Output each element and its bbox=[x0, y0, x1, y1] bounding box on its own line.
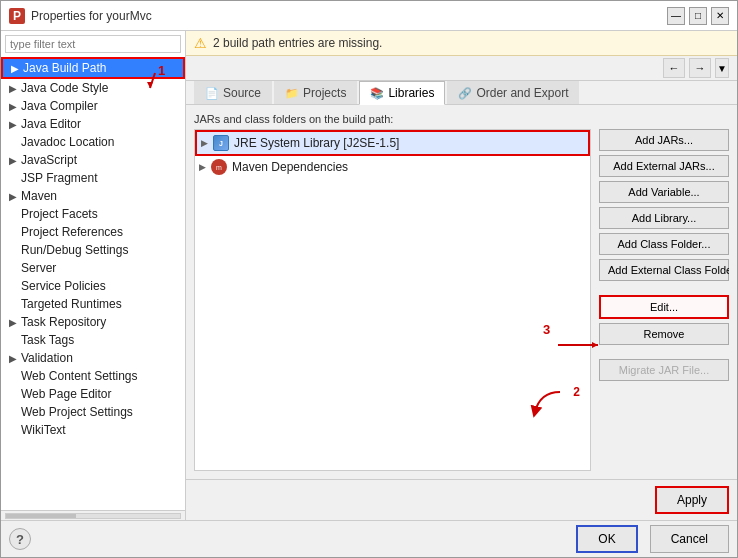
tab-source[interactable]: 📄 Source bbox=[194, 81, 272, 104]
help-button[interactable]: ? bbox=[9, 528, 31, 550]
minimize-button[interactable]: — bbox=[667, 7, 685, 25]
expand-arrow: ▶ bbox=[9, 353, 19, 364]
remove-button[interactable]: Remove bbox=[599, 323, 729, 345]
sidebar-item-web-content-settings[interactable]: Web Content Settings bbox=[1, 367, 185, 385]
sidebar-list: ▶ Java Build Path ▶ Java Code Style ▶ Ja… bbox=[1, 57, 185, 510]
add-library-button[interactable]: Add Library... bbox=[599, 207, 729, 229]
add-class-folder-button[interactable]: Add Class Folder... bbox=[599, 233, 729, 255]
expand-arrow: ▶ bbox=[9, 119, 19, 130]
expand-arrow: ▶ bbox=[9, 83, 19, 94]
dialog-title: Properties for yourMvc bbox=[31, 9, 152, 23]
sidebar-item-task-repository[interactable]: ▶ Task Repository bbox=[1, 313, 185, 331]
sidebar-item-run-debug-settings[interactable]: Run/Debug Settings bbox=[1, 241, 185, 259]
maven-icon: m bbox=[211, 159, 227, 175]
nav-bar: ← → ▼ bbox=[186, 56, 737, 81]
bottom-row: ? OK Cancel bbox=[1, 520, 737, 557]
annotation-2: 2 bbox=[530, 387, 580, 430]
sidebar-item-targeted-runtimes[interactable]: Targeted Runtimes bbox=[1, 295, 185, 313]
warning-text: 2 build path entries are missing. bbox=[213, 36, 382, 50]
maven-chevron: ▶ bbox=[199, 162, 209, 172]
edit-button[interactable]: Edit... bbox=[599, 295, 729, 319]
sidebar-item-task-tags[interactable]: Task Tags bbox=[1, 331, 185, 349]
nav-forward-button[interactable]: → bbox=[689, 58, 711, 78]
apply-button[interactable]: Apply bbox=[655, 486, 729, 514]
cancel-button[interactable]: Cancel bbox=[650, 525, 729, 553]
main-content: ▶ Java Build Path ▶ Java Code Style ▶ Ja… bbox=[1, 31, 737, 520]
title-bar-left: P Properties for yourMvc bbox=[9, 8, 152, 24]
tree-item-jre[interactable]: ▶ J JRE System Library [J2SE-1.5] bbox=[195, 130, 590, 156]
sidebar-item-java-compiler[interactable]: ▶ Java Compiler bbox=[1, 97, 185, 115]
sidebar-item-project-facets[interactable]: Project Facets bbox=[1, 205, 185, 223]
expand-arrow: ▶ bbox=[11, 63, 21, 74]
sidebar: ▶ Java Build Path ▶ Java Code Style ▶ Ja… bbox=[1, 31, 186, 520]
warning-bar: ⚠ 2 build path entries are missing. bbox=[186, 31, 737, 56]
close-button[interactable]: ✕ bbox=[711, 7, 729, 25]
nav-back-button[interactable]: ← bbox=[663, 58, 685, 78]
sidebar-item-server[interactable]: Server bbox=[1, 259, 185, 277]
sidebar-item-java-build-path[interactable]: ▶ Java Build Path bbox=[1, 57, 185, 79]
add-external-jars-button[interactable]: Add External JARs... bbox=[599, 155, 729, 177]
sidebar-item-project-references[interactable]: Project References bbox=[1, 223, 185, 241]
sidebar-item-java-editor[interactable]: ▶ Java Editor bbox=[1, 115, 185, 133]
tab-libraries[interactable]: 📚 Libraries bbox=[359, 81, 445, 105]
add-variable-button[interactable]: Add Variable... bbox=[599, 181, 729, 203]
order-export-tab-icon: 🔗 bbox=[458, 87, 472, 100]
filter-input[interactable] bbox=[5, 35, 181, 53]
add-jars-button[interactable]: Add JARs... bbox=[599, 129, 729, 151]
sidebar-item-web-page-editor[interactable]: Web Page Editor bbox=[1, 385, 185, 403]
tab-projects[interactable]: 📁 Projects bbox=[274, 81, 357, 104]
properties-dialog: P Properties for yourMvc — □ ✕ ▶ Java Bu… bbox=[0, 0, 738, 558]
sidebar-item-validation[interactable]: ▶ Validation bbox=[1, 349, 185, 367]
content-area: JARs and class folders on the build path… bbox=[186, 105, 737, 479]
nav-dropdown-button[interactable]: ▼ bbox=[715, 58, 729, 78]
spacer2 bbox=[599, 349, 729, 355]
sidebar-item-web-project-settings[interactable]: Web Project Settings bbox=[1, 403, 185, 421]
tree-item-maven[interactable]: ▶ m Maven Dependencies bbox=[195, 156, 590, 178]
right-panel: ⚠ 2 build path entries are missing. ← → … bbox=[186, 31, 737, 520]
content-body: ▶ J JRE System Library [J2SE-1.5] ▶ m Ma… bbox=[194, 129, 729, 471]
tab-order-export[interactable]: 🔗 Order and Export bbox=[447, 81, 579, 104]
jre-icon: J bbox=[213, 135, 229, 151]
warning-icon: ⚠ bbox=[194, 35, 207, 51]
sidebar-item-java-code-style[interactable]: ▶ Java Code Style bbox=[1, 79, 185, 97]
sidebar-item-javascript[interactable]: ▶ JavaScript bbox=[1, 151, 185, 169]
sidebar-item-maven[interactable]: ▶ Maven bbox=[1, 187, 185, 205]
expand-arrow: ▶ bbox=[9, 101, 19, 112]
migrate-jar-button[interactable]: Migrate JAR File... bbox=[599, 359, 729, 381]
spacer bbox=[599, 285, 729, 291]
expand-arrow: ▶ bbox=[9, 155, 19, 166]
source-tab-icon: 📄 bbox=[205, 87, 219, 100]
sidebar-item-javadoc-location[interactable]: Javadoc Location bbox=[1, 133, 185, 151]
dialog-icon: P bbox=[9, 8, 25, 24]
buttons-panel: Add JARs... Add External JARs... Add Var… bbox=[599, 129, 729, 471]
window-controls: — □ ✕ bbox=[667, 7, 729, 25]
title-bar: P Properties for yourMvc — □ ✕ bbox=[1, 1, 737, 31]
expand-arrow: ▶ bbox=[9, 317, 19, 328]
content-label: JARs and class folders on the build path… bbox=[194, 113, 729, 125]
add-external-class-folder-button[interactable]: Add External Class Folder... bbox=[599, 259, 729, 281]
libraries-tab-icon: 📚 bbox=[370, 87, 384, 100]
jre-chevron: ▶ bbox=[201, 138, 211, 148]
expand-arrow: ▶ bbox=[9, 191, 19, 202]
maximize-button[interactable]: □ bbox=[689, 7, 707, 25]
sidebar-item-jsp-fragment[interactable]: JSP Fragment bbox=[1, 169, 185, 187]
ok-button[interactable]: OK bbox=[576, 525, 637, 553]
sidebar-item-wikitext[interactable]: WikiText bbox=[1, 421, 185, 439]
tree-panel: ▶ J JRE System Library [J2SE-1.5] ▶ m Ma… bbox=[194, 129, 591, 471]
dialog-buttons: OK Cancel bbox=[570, 525, 729, 553]
footer-apply-area: Apply bbox=[186, 479, 737, 520]
tabs-row: 📄 Source 📁 Projects 📚 Libraries 🔗 Order … bbox=[186, 81, 737, 105]
sidebar-item-service-policies[interactable]: Service Policies bbox=[1, 277, 185, 295]
projects-tab-icon: 📁 bbox=[285, 87, 299, 100]
